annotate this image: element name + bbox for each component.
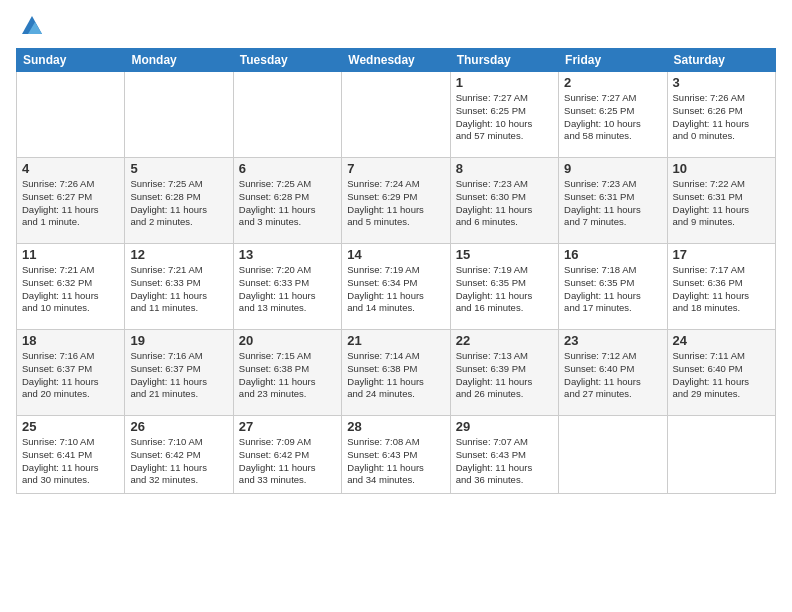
calendar-cell: 29Sunrise: 7:07 AM Sunset: 6:43 PM Dayli… — [450, 416, 558, 494]
calendar-cell: 3Sunrise: 7:26 AM Sunset: 6:26 PM Daylig… — [667, 72, 775, 158]
calendar-cell — [342, 72, 450, 158]
day-info: Sunrise: 7:07 AM Sunset: 6:43 PM Dayligh… — [456, 436, 553, 487]
day-number: 8 — [456, 161, 553, 176]
weekday-header-saturday: Saturday — [667, 49, 775, 72]
day-info: Sunrise: 7:10 AM Sunset: 6:41 PM Dayligh… — [22, 436, 119, 487]
day-info: Sunrise: 7:16 AM Sunset: 6:37 PM Dayligh… — [130, 350, 227, 401]
day-number: 11 — [22, 247, 119, 262]
day-info: Sunrise: 7:10 AM Sunset: 6:42 PM Dayligh… — [130, 436, 227, 487]
day-number: 17 — [673, 247, 770, 262]
day-number: 25 — [22, 419, 119, 434]
day-info: Sunrise: 7:25 AM Sunset: 6:28 PM Dayligh… — [130, 178, 227, 229]
weekday-header-sunday: Sunday — [17, 49, 125, 72]
day-number: 24 — [673, 333, 770, 348]
day-number: 27 — [239, 419, 336, 434]
day-number: 22 — [456, 333, 553, 348]
day-number: 2 — [564, 75, 661, 90]
calendar-cell — [125, 72, 233, 158]
weekday-header-thursday: Thursday — [450, 49, 558, 72]
calendar-cell: 1Sunrise: 7:27 AM Sunset: 6:25 PM Daylig… — [450, 72, 558, 158]
calendar-cell: 4Sunrise: 7:26 AM Sunset: 6:27 PM Daylig… — [17, 158, 125, 244]
calendar-cell: 18Sunrise: 7:16 AM Sunset: 6:37 PM Dayli… — [17, 330, 125, 416]
week-row-1: 1Sunrise: 7:27 AM Sunset: 6:25 PM Daylig… — [17, 72, 776, 158]
weekday-header-tuesday: Tuesday — [233, 49, 341, 72]
logo — [16, 12, 46, 40]
day-info: Sunrise: 7:27 AM Sunset: 6:25 PM Dayligh… — [456, 92, 553, 143]
day-info: Sunrise: 7:08 AM Sunset: 6:43 PM Dayligh… — [347, 436, 444, 487]
day-info: Sunrise: 7:18 AM Sunset: 6:35 PM Dayligh… — [564, 264, 661, 315]
day-info: Sunrise: 7:09 AM Sunset: 6:42 PM Dayligh… — [239, 436, 336, 487]
day-info: Sunrise: 7:23 AM Sunset: 6:31 PM Dayligh… — [564, 178, 661, 229]
day-number: 28 — [347, 419, 444, 434]
calendar-cell: 16Sunrise: 7:18 AM Sunset: 6:35 PM Dayli… — [559, 244, 667, 330]
week-row-5: 25Sunrise: 7:10 AM Sunset: 6:41 PM Dayli… — [17, 416, 776, 494]
day-info: Sunrise: 7:16 AM Sunset: 6:37 PM Dayligh… — [22, 350, 119, 401]
day-info: Sunrise: 7:14 AM Sunset: 6:38 PM Dayligh… — [347, 350, 444, 401]
calendar-cell: 22Sunrise: 7:13 AM Sunset: 6:39 PM Dayli… — [450, 330, 558, 416]
day-info: Sunrise: 7:24 AM Sunset: 6:29 PM Dayligh… — [347, 178, 444, 229]
day-info: Sunrise: 7:21 AM Sunset: 6:32 PM Dayligh… — [22, 264, 119, 315]
day-number: 26 — [130, 419, 227, 434]
calendar-cell — [559, 416, 667, 494]
calendar-cell: 9Sunrise: 7:23 AM Sunset: 6:31 PM Daylig… — [559, 158, 667, 244]
calendar-cell: 8Sunrise: 7:23 AM Sunset: 6:30 PM Daylig… — [450, 158, 558, 244]
calendar-cell: 14Sunrise: 7:19 AM Sunset: 6:34 PM Dayli… — [342, 244, 450, 330]
weekday-header-row: SundayMondayTuesdayWednesdayThursdayFrid… — [17, 49, 776, 72]
calendar-cell: 25Sunrise: 7:10 AM Sunset: 6:41 PM Dayli… — [17, 416, 125, 494]
day-info: Sunrise: 7:13 AM Sunset: 6:39 PM Dayligh… — [456, 350, 553, 401]
day-number: 12 — [130, 247, 227, 262]
calendar-cell: 12Sunrise: 7:21 AM Sunset: 6:33 PM Dayli… — [125, 244, 233, 330]
day-number: 16 — [564, 247, 661, 262]
calendar-cell: 27Sunrise: 7:09 AM Sunset: 6:42 PM Dayli… — [233, 416, 341, 494]
calendar-cell: 23Sunrise: 7:12 AM Sunset: 6:40 PM Dayli… — [559, 330, 667, 416]
calendar-cell: 21Sunrise: 7:14 AM Sunset: 6:38 PM Dayli… — [342, 330, 450, 416]
day-number: 1 — [456, 75, 553, 90]
day-number: 23 — [564, 333, 661, 348]
day-number: 14 — [347, 247, 444, 262]
calendar-cell — [17, 72, 125, 158]
calendar-page: SundayMondayTuesdayWednesdayThursdayFrid… — [0, 0, 792, 612]
calendar-cell — [667, 416, 775, 494]
calendar-cell: 10Sunrise: 7:22 AM Sunset: 6:31 PM Dayli… — [667, 158, 775, 244]
week-row-3: 11Sunrise: 7:21 AM Sunset: 6:32 PM Dayli… — [17, 244, 776, 330]
week-row-4: 18Sunrise: 7:16 AM Sunset: 6:37 PM Dayli… — [17, 330, 776, 416]
calendar-cell: 5Sunrise: 7:25 AM Sunset: 6:28 PM Daylig… — [125, 158, 233, 244]
day-info: Sunrise: 7:20 AM Sunset: 6:33 PM Dayligh… — [239, 264, 336, 315]
calendar-cell: 7Sunrise: 7:24 AM Sunset: 6:29 PM Daylig… — [342, 158, 450, 244]
day-number: 9 — [564, 161, 661, 176]
day-info: Sunrise: 7:26 AM Sunset: 6:27 PM Dayligh… — [22, 178, 119, 229]
calendar-cell: 26Sunrise: 7:10 AM Sunset: 6:42 PM Dayli… — [125, 416, 233, 494]
day-number: 13 — [239, 247, 336, 262]
day-info: Sunrise: 7:23 AM Sunset: 6:30 PM Dayligh… — [456, 178, 553, 229]
day-info: Sunrise: 7:19 AM Sunset: 6:35 PM Dayligh… — [456, 264, 553, 315]
day-info: Sunrise: 7:27 AM Sunset: 6:25 PM Dayligh… — [564, 92, 661, 143]
day-number: 3 — [673, 75, 770, 90]
day-number: 19 — [130, 333, 227, 348]
calendar-table: SundayMondayTuesdayWednesdayThursdayFrid… — [16, 48, 776, 494]
header — [16, 12, 776, 40]
day-number: 5 — [130, 161, 227, 176]
calendar-cell: 13Sunrise: 7:20 AM Sunset: 6:33 PM Dayli… — [233, 244, 341, 330]
day-number: 10 — [673, 161, 770, 176]
calendar-cell: 2Sunrise: 7:27 AM Sunset: 6:25 PM Daylig… — [559, 72, 667, 158]
day-info: Sunrise: 7:17 AM Sunset: 6:36 PM Dayligh… — [673, 264, 770, 315]
day-info: Sunrise: 7:15 AM Sunset: 6:38 PM Dayligh… — [239, 350, 336, 401]
day-info: Sunrise: 7:12 AM Sunset: 6:40 PM Dayligh… — [564, 350, 661, 401]
calendar-cell: 19Sunrise: 7:16 AM Sunset: 6:37 PM Dayli… — [125, 330, 233, 416]
day-number: 21 — [347, 333, 444, 348]
day-info: Sunrise: 7:26 AM Sunset: 6:26 PM Dayligh… — [673, 92, 770, 143]
day-number: 7 — [347, 161, 444, 176]
calendar-cell — [233, 72, 341, 158]
week-row-2: 4Sunrise: 7:26 AM Sunset: 6:27 PM Daylig… — [17, 158, 776, 244]
calendar-cell: 20Sunrise: 7:15 AM Sunset: 6:38 PM Dayli… — [233, 330, 341, 416]
calendar-cell: 6Sunrise: 7:25 AM Sunset: 6:28 PM Daylig… — [233, 158, 341, 244]
day-number: 29 — [456, 419, 553, 434]
day-info: Sunrise: 7:19 AM Sunset: 6:34 PM Dayligh… — [347, 264, 444, 315]
day-info: Sunrise: 7:21 AM Sunset: 6:33 PM Dayligh… — [130, 264, 227, 315]
calendar-cell: 28Sunrise: 7:08 AM Sunset: 6:43 PM Dayli… — [342, 416, 450, 494]
day-number: 6 — [239, 161, 336, 176]
weekday-header-wednesday: Wednesday — [342, 49, 450, 72]
day-info: Sunrise: 7:22 AM Sunset: 6:31 PM Dayligh… — [673, 178, 770, 229]
day-number: 4 — [22, 161, 119, 176]
weekday-header-friday: Friday — [559, 49, 667, 72]
